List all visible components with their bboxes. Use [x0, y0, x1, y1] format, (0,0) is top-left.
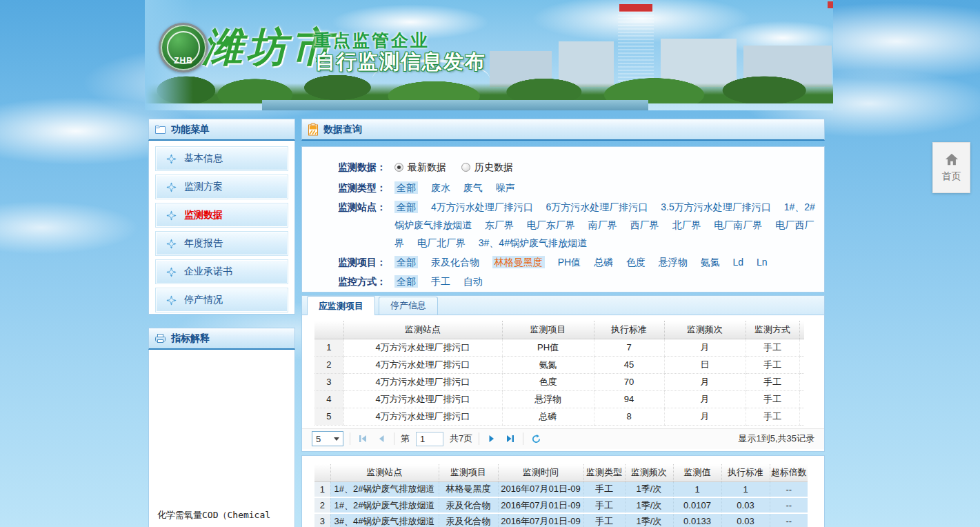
- cell-type: 手工: [583, 497, 625, 513]
- home-icon: [944, 152, 959, 166]
- table-row: 3 4万方污水处理厂排污口 色度 70 月 手工: [314, 373, 804, 390]
- compass-icon: [166, 210, 177, 221]
- cell-method: 手工: [746, 408, 799, 425]
- method-filter-manual[interactable]: 手工: [431, 276, 450, 287]
- item-filter-suspended[interactable]: 悬浮物: [659, 257, 688, 268]
- item-filter-ld[interactable]: Ld: [733, 257, 744, 268]
- station-filter-13[interactable]: 3#、4#锅炉废气排放烟道: [479, 237, 587, 248]
- cell-item: 悬浮物: [502, 390, 594, 408]
- tab-monitor-items[interactable]: 应监测项目: [307, 296, 375, 315]
- compass-icon: [166, 154, 177, 164]
- explain-line-2: Oxygen Demand）: [157, 523, 290, 527]
- station-filter-3[interactable]: 3.5万方污水处理厂排污口: [661, 201, 770, 212]
- station-filter-6[interactable]: 电厂东厂界: [527, 219, 575, 230]
- item-filter-ringelmann[interactable]: 林格曼黑度: [492, 256, 545, 268]
- cell-exceed: --: [770, 481, 808, 497]
- explain-panel-body: 化学需氧量COD（Chemical Oxygen Demand）: [148, 350, 295, 527]
- type-filter-all[interactable]: 全部: [394, 181, 418, 194]
- filter-values-data: 最新数据 历史数据: [394, 158, 822, 177]
- type-filter-exhaust[interactable]: 废气: [463, 182, 483, 193]
- row-index: 2: [314, 356, 343, 373]
- cell-standard: 7: [594, 339, 664, 356]
- filter-values-type: 全部 废水 废气 噪声: [394, 179, 822, 197]
- refresh-icon[interactable]: [530, 432, 542, 445]
- sidebar-item-annual-report[interactable]: 年度报告: [155, 231, 288, 256]
- home-button[interactable]: 首页: [932, 142, 970, 193]
- item-filter-ph[interactable]: PH值: [558, 257, 581, 268]
- station-filter-5[interactable]: 东厂界: [485, 219, 514, 230]
- cell-station: 1#、2#锅炉废气排放烟道: [330, 481, 439, 497]
- cell-exceed: --: [770, 497, 808, 513]
- radio-latest-data[interactable]: 最新数据: [394, 158, 446, 176]
- first-page-button[interactable]: [357, 432, 369, 445]
- table-row: 1 4万方污水处理厂排污口 PH值 7 月 手工: [314, 339, 804, 356]
- cell-type: 手工: [583, 481, 625, 497]
- result-tab-panel: 应监测项目 停产信息 监测站点 监测项目 执行标准 监测频次 监测方式 1 4万…: [301, 295, 825, 452]
- sidebar-item-basic-info[interactable]: 基本信息: [155, 146, 288, 171]
- explain-panel-header: 指标解释: [148, 328, 295, 350]
- cell-station: 4万方污水处理厂排污口: [343, 339, 502, 356]
- cell-station: 3#、4#锅炉废气排放烟道: [330, 513, 439, 527]
- filter-row-data: 监测数据： 最新数据 历史数据: [338, 158, 824, 177]
- sidebar-item-label: 企业承诺书: [184, 266, 232, 278]
- radio-checked-icon[interactable]: [394, 163, 403, 172]
- divider: [523, 432, 523, 445]
- cell-method: 手工: [746, 390, 799, 408]
- station-filter-9[interactable]: 北厂界: [672, 219, 701, 230]
- filter-row-type: 监测类型： 全部 废水 废气 噪声: [338, 179, 824, 197]
- prev-page-button[interactable]: [375, 432, 388, 445]
- radio-unchecked-icon[interactable]: [461, 163, 470, 172]
- sidebar-item-shutdown[interactable]: 停产情况: [155, 288, 288, 312]
- cell-frequency: 月: [664, 408, 746, 425]
- type-filter-wastewater[interactable]: 废水: [431, 182, 450, 193]
- station-filter-8[interactable]: 西厂界: [630, 219, 659, 230]
- cell-frequency: 月: [664, 339, 746, 356]
- cell-value: 0.0133: [673, 513, 721, 527]
- page-prefix-label: 第: [401, 432, 410, 445]
- compass-icon: [166, 182, 177, 192]
- col-frequency: 监测频次: [664, 321, 746, 339]
- last-page-button[interactable]: [504, 432, 517, 445]
- radio-history-data[interactable]: 历史数据: [461, 158, 513, 176]
- col-item: 监测项目: [502, 321, 594, 339]
- sidebar-item-monitor-data[interactable]: 监测数据: [155, 203, 288, 228]
- table-header-row: 监测站点 监测项目 监测时间 监测类型 监测频次 监测值 执行标准 超标倍数: [314, 464, 808, 481]
- page-number-input[interactable]: [416, 432, 443, 446]
- sidebar-item-monitor-plan[interactable]: 监测方案: [155, 175, 288, 199]
- filter-label-item: 监测项目：: [338, 253, 394, 271]
- station-filter-1[interactable]: 4万方污水处理厂排污口: [431, 201, 533, 212]
- station-filter-2[interactable]: 6万方污水处理厂排污口: [546, 201, 648, 212]
- page-size-select[interactable]: 5: [312, 431, 343, 446]
- tab-shutdown-info[interactable]: 停产信息: [379, 297, 438, 315]
- station-filter-7[interactable]: 南厂界: [588, 219, 617, 230]
- col-standard: 执行标准: [594, 321, 664, 339]
- sidebar-item-label: 基本信息: [184, 152, 223, 165]
- filter-row-station: 监测站点： 全部 4万方污水处理厂排污口 6万方污水处理厂排污口 3.5万方污水…: [338, 198, 824, 252]
- type-filter-noise[interactable]: 噪声: [496, 182, 515, 193]
- filter-values-station: 全部 4万方污水处理厂排污口 6万方污水处理厂排污口 3.5万方污水处理厂排污口…: [394, 198, 822, 252]
- method-filter-auto[interactable]: 自动: [463, 276, 483, 287]
- query-header-bar: 数据查询: [301, 119, 825, 141]
- cell-frequency: 1季/次: [625, 513, 673, 527]
- table-row: 2 1#、2#锅炉废气排放烟道 汞及化合物 2016年07月01日-09 手工 …: [314, 497, 808, 513]
- method-filter-all[interactable]: 全部: [394, 275, 418, 288]
- next-page-button[interactable]: [486, 432, 498, 445]
- station-filter-10[interactable]: 电厂南厂界: [714, 219, 762, 230]
- item-filter-chroma[interactable]: 色度: [626, 257, 646, 268]
- sidebar-item-commitment[interactable]: 企业承诺书: [155, 259, 288, 284]
- item-filter-ammonia[interactable]: 氨氮: [701, 257, 720, 268]
- item-filter-phosphorus[interactable]: 总磷: [594, 257, 613, 268]
- sidebar-item-label: 监测方案: [184, 181, 223, 193]
- divider: [394, 432, 394, 445]
- cell-item: 汞及化合物: [439, 497, 498, 513]
- item-filter-all[interactable]: 全部: [394, 256, 418, 268]
- item-filter-ln[interactable]: Ln: [757, 257, 768, 268]
- filter-label-method: 监控方式：: [338, 272, 394, 290]
- item-filter-mercury[interactable]: 汞及化合物: [431, 257, 479, 268]
- station-filter-all[interactable]: 全部: [394, 201, 418, 213]
- sidebar-item-label: 年度报告: [184, 237, 223, 250]
- home-button-label: 首页: [942, 170, 961, 183]
- row-index: 1: [314, 481, 330, 497]
- station-filter-12[interactable]: 电厂北厂界: [417, 237, 466, 248]
- compass-icon: [166, 239, 177, 249]
